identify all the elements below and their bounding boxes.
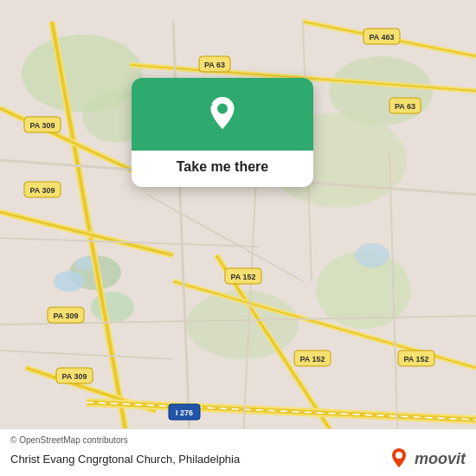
svg-point-62 xyxy=(396,452,402,459)
svg-text:PA 309: PA 309 xyxy=(61,372,87,381)
svg-text:PA 152: PA 152 xyxy=(299,355,325,363)
place-info-row: Christ Evang Cngrgtonal Church, Philadel… xyxy=(10,447,466,471)
svg-point-8 xyxy=(54,271,85,292)
map-svg: PA 309 PA 309 PA 309 PA 309 PA 63 PA 463… xyxy=(0,0,476,476)
svg-text:PA 63: PA 63 xyxy=(204,61,225,69)
svg-text:PA 152: PA 152 xyxy=(230,273,255,281)
bottom-bar: © OpenStreetMap contributors Christ Evan… xyxy=(0,428,476,476)
take-me-there-button[interactable]: Take me there xyxy=(163,151,282,187)
location-pin-icon xyxy=(203,97,241,135)
popup-card: Take me there xyxy=(132,78,313,187)
map-attribution: © OpenStreetMap contributors xyxy=(10,435,466,445)
popup-triangle xyxy=(192,104,213,116)
svg-point-10 xyxy=(355,243,389,267)
svg-text:PA 63: PA 63 xyxy=(395,102,415,111)
svg-text:PA 309: PA 309 xyxy=(29,121,55,130)
moovit-pin-icon xyxy=(387,447,411,471)
map-container: PA 309 PA 309 PA 309 PA 309 PA 63 PA 463… xyxy=(0,0,476,476)
svg-text:PA 309: PA 309 xyxy=(29,186,55,195)
place-name: Christ Evang Cngrgtonal Church, Philadel… xyxy=(10,453,240,466)
svg-point-7 xyxy=(91,292,134,323)
svg-text:PA 309: PA 309 xyxy=(53,312,78,320)
svg-text:PA 152: PA 152 xyxy=(403,355,428,363)
moovit-brand-text: moovit xyxy=(415,450,466,468)
svg-point-61 xyxy=(217,104,228,114)
svg-line-38 xyxy=(0,351,173,359)
svg-text:I 276: I 276 xyxy=(176,408,193,417)
svg-text:PA 463: PA 463 xyxy=(369,33,394,42)
popup-green-section xyxy=(132,78,313,151)
moovit-logo: moovit xyxy=(387,447,466,471)
